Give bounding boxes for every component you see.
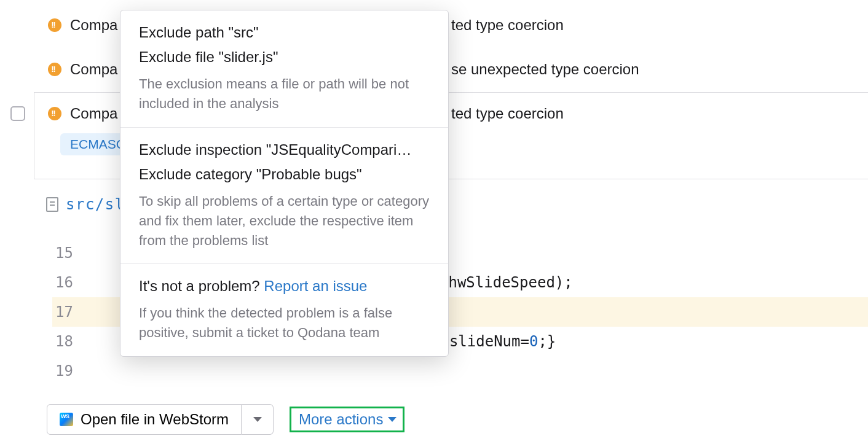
issue-row-suffix: ted type coercion — [451, 105, 564, 122]
line-number: 16 — [52, 274, 89, 291]
warning-icon — [48, 18, 61, 32]
file-icon — [46, 197, 58, 212]
popup-item-title: Exclude path "src" — [139, 24, 430, 41]
issue-text-suffix: se unexpected type coercion — [451, 61, 639, 78]
issue-text-suffix: ted type coercion — [451, 17, 564, 34]
report-issue-link[interactable]: Report an issue — [264, 278, 367, 294]
file-path-link[interactable]: src/sl — [66, 196, 125, 213]
chevron-down-icon — [253, 417, 262, 422]
popup-item-report[interactable]: It's not a problem? Report an issue If y… — [120, 263, 448, 356]
popup-item-title: Exclude inspection "JSEqualityCompari… — [139, 141, 430, 158]
popup-item-title: It's not a problem? Report an issue — [139, 278, 430, 295]
issue-text-prefix: Compa — [70, 105, 117, 122]
popup-item-title: Exclude category "Probable bugs" — [139, 166, 430, 183]
line-number: 15 — [52, 244, 89, 262]
popup-item-title: Exclude file "slider.js" — [139, 49, 430, 66]
popup-item-exclude-inspection[interactable]: Exclude inspection "JSEqualityCompari… — [120, 127, 448, 163]
issue-row-suffix: se unexpected type coercion — [451, 61, 639, 78]
popup-item-exclude-file[interactable]: Exclude file "slider.js" The exclusion m… — [120, 46, 448, 127]
popup-item-desc: To skip all problems of a certain type o… — [139, 192, 430, 251]
issue-text-prefix: Compa — [70, 61, 117, 78]
line-number: 18 — [52, 333, 89, 350]
more-actions-label: More actions — [299, 411, 383, 428]
open-file-button[interactable]: Open file in WebStorm — [47, 404, 242, 435]
issue-row[interactable]: Compa — [48, 61, 117, 78]
warning-icon — [48, 107, 61, 120]
warning-icon — [48, 63, 61, 76]
issue-row-suffix: ted type coercion — [451, 17, 564, 34]
more-actions-highlight: More actions — [290, 407, 404, 432]
more-actions-button[interactable]: More actions — [299, 411, 397, 428]
popup-item-exclude-category[interactable]: Exclude category "Probable bugs" To skip… — [120, 163, 448, 264]
more-actions-popup: Exclude path "src" Exclude file "slider.… — [120, 10, 449, 357]
code-line: 19 — [52, 356, 868, 386]
line-number: 19 — [52, 362, 89, 380]
popup-item-desc: If you think the detected problem is a f… — [139, 303, 430, 343]
popup-item-desc: The exclusion means a file or path will … — [139, 74, 430, 114]
line-number: 17 — [52, 303, 89, 321]
issue-checkbox[interactable] — [10, 106, 25, 121]
issue-text-prefix: Compa — [70, 17, 117, 34]
action-bar: Open file in WebStorm More actions — [47, 404, 404, 435]
issue-row-selected[interactable]: Compa — [48, 105, 117, 122]
open-file-label: Open file in WebStorm — [81, 411, 229, 428]
popup-item-exclude-path[interactable]: Exclude path "src" — [120, 10, 448, 46]
webstorm-icon — [60, 413, 73, 426]
chevron-down-icon — [388, 417, 397, 422]
issue-text-suffix: ted type coercion — [451, 105, 564, 122]
open-file-dropdown[interactable] — [242, 404, 274, 435]
issue-row[interactable]: Compa — [48, 17, 117, 34]
